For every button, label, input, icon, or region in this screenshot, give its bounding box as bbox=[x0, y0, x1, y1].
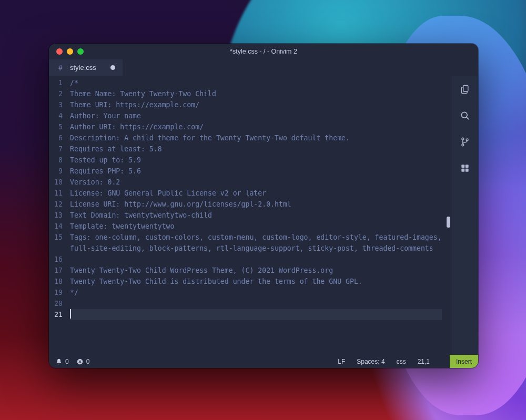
code-line: Template: twentytwentytwo bbox=[70, 221, 442, 232]
code-line: Theme URI: https://example.com/ bbox=[70, 99, 442, 110]
tab-label: style.css bbox=[70, 64, 96, 71]
code-line: Description: A child theme for the Twent… bbox=[70, 132, 442, 144]
code-line bbox=[70, 254, 442, 265]
code-line: License URI: http://www.gnu.org/licenses… bbox=[70, 199, 442, 210]
activity-bar bbox=[452, 76, 478, 355]
notifications-count[interactable]: 0 bbox=[55, 358, 69, 365]
traffic-lights bbox=[49, 48, 84, 55]
code-line: Author: Your name bbox=[70, 110, 442, 121]
status-bar: 0 0 LF Spaces: 4 css 21,1 Insert bbox=[49, 355, 478, 368]
status-editor-mode[interactable]: Insert bbox=[450, 355, 478, 368]
bell-icon bbox=[55, 358, 63, 365]
maximize-window-button[interactable] bbox=[77, 48, 84, 55]
window-title: *style.css - / - Onivim 2 bbox=[49, 48, 478, 55]
status-cursor-position[interactable]: 21,1 bbox=[418, 358, 430, 365]
svg-rect-0 bbox=[463, 86, 468, 92]
status-language[interactable]: css bbox=[397, 358, 406, 365]
code-line: Tested up to: 5.9 bbox=[70, 155, 442, 166]
notifications-value: 0 bbox=[65, 358, 69, 365]
extensions-icon[interactable] bbox=[459, 162, 471, 175]
search-icon[interactable] bbox=[459, 109, 471, 122]
code-area[interactable]: /*Theme Name: Twenty Twenty-Two ChildThe… bbox=[67, 76, 445, 355]
code-line: Twenty Twenty-Two Child is distributed u… bbox=[70, 276, 442, 287]
text-cursor bbox=[70, 309, 71, 319]
code-line: Requires at least: 5.8 bbox=[70, 144, 442, 155]
tab-bar: # style.css bbox=[49, 59, 478, 76]
line-number-gutter: 123456789101112131415161718192021 bbox=[49, 76, 67, 355]
code-line: Tags: one-column, custom-colors, custom-… bbox=[70, 232, 442, 243]
file-type-icon: # bbox=[56, 64, 65, 72]
editor-window: *style.css - / - Onivim 2 # style.css 12… bbox=[49, 44, 478, 368]
code-line: full-site-editing, block-patterns, rtl-l… bbox=[70, 243, 442, 254]
scrollbar-thumb[interactable] bbox=[447, 217, 450, 228]
code-line: Requires PHP: 5.6 bbox=[70, 166, 442, 177]
svg-rect-7 bbox=[461, 169, 464, 172]
code-line bbox=[70, 298, 442, 309]
minimize-window-button[interactable] bbox=[67, 48, 73, 55]
unsaved-indicator-icon bbox=[110, 65, 115, 70]
errors-value: 0 bbox=[86, 358, 90, 365]
code-line bbox=[70, 309, 442, 320]
error-icon bbox=[76, 358, 84, 365]
code-line: */ bbox=[70, 287, 442, 298]
svg-rect-8 bbox=[466, 169, 469, 172]
titlebar: *style.css - / - Onivim 2 bbox=[49, 44, 478, 59]
svg-rect-6 bbox=[466, 165, 469, 168]
files-icon[interactable] bbox=[459, 83, 471, 96]
code-line: License: GNU General Public License v2 o… bbox=[70, 188, 442, 199]
status-eol[interactable]: LF bbox=[338, 358, 345, 365]
svg-rect-5 bbox=[461, 165, 464, 168]
errors-count[interactable]: 0 bbox=[76, 358, 90, 365]
code-line: Version: 0.2 bbox=[70, 177, 442, 188]
code-line: Text Domain: twentytwentytwo-child bbox=[70, 210, 442, 221]
code-line: Author URI: https://example.com/ bbox=[70, 121, 442, 132]
git-branch-icon[interactable] bbox=[459, 136, 471, 148]
status-indentation[interactable]: Spaces: 4 bbox=[357, 358, 385, 365]
vertical-scrollbar[interactable] bbox=[445, 76, 452, 355]
text-editor[interactable]: 123456789101112131415161718192021 /*Them… bbox=[49, 76, 452, 355]
code-line: /* bbox=[70, 77, 442, 88]
tab-style-css[interactable]: # style.css bbox=[49, 59, 123, 76]
code-line: Twenty Twenty-Two Child WordPress Theme,… bbox=[70, 265, 442, 276]
close-window-button[interactable] bbox=[56, 48, 63, 55]
code-line: Theme Name: Twenty Twenty-Two Child bbox=[70, 88, 442, 99]
